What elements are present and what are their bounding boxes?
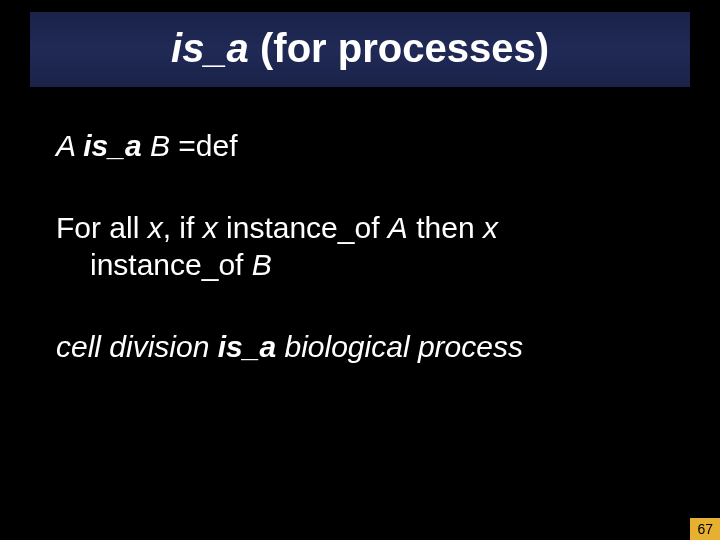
example-pre: cell division (56, 330, 218, 363)
forall-x3: x (483, 211, 498, 244)
page-number: 67 (690, 518, 720, 540)
title-suffix: (for processes) (249, 26, 549, 70)
forall-mid1: , if (163, 211, 203, 244)
def-A: A (56, 129, 83, 162)
title-banner: is_a (for processes) (30, 12, 690, 87)
example-isa: is_a (218, 330, 276, 363)
example-post: biological process (276, 330, 523, 363)
forall-line2: instance_of B (56, 246, 660, 284)
def-eqdef: =def (178, 129, 237, 162)
forall-pre: For all (56, 211, 148, 244)
forall-x2: x (203, 211, 218, 244)
forall-block: For all x, if x instance_of A then x ins… (56, 209, 660, 284)
forall-post: then (408, 211, 483, 244)
example-line: cell division is_a biological process (56, 328, 660, 366)
forall-x1: x (148, 211, 163, 244)
slide-title: is_a (for processes) (171, 26, 549, 70)
forall-rel1: instance_of (218, 211, 388, 244)
forall-rel2: instance_of (90, 248, 252, 281)
forall-A: A (388, 211, 408, 244)
def-isa: is_a (83, 129, 141, 162)
definition-line: A is_a B =def (56, 127, 660, 165)
def-B: B (142, 129, 179, 162)
title-prefix: is_a (171, 26, 249, 70)
forall-line1: For all x, if x instance_of A then x (56, 209, 660, 247)
slide-body: A is_a B =def For all x, if x instance_o… (0, 87, 720, 365)
forall-B: B (252, 248, 272, 281)
